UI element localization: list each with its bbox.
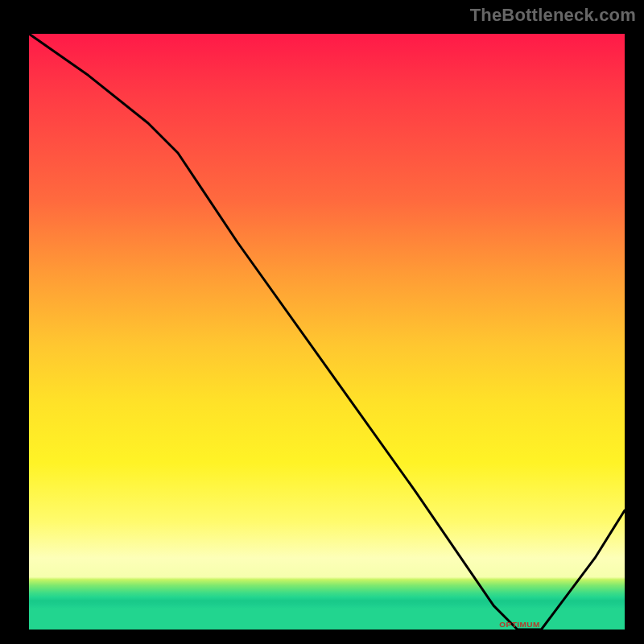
optimum-label: OPTIMUM bbox=[499, 620, 540, 628]
bottleneck-curve bbox=[29, 34, 625, 630]
plot-area: OPTIMUM bbox=[24, 29, 620, 625]
chart-frame: TheBottleneck.com OPTIMUM bbox=[0, 0, 644, 644]
attribution-text: TheBottleneck.com bbox=[470, 5, 636, 26]
